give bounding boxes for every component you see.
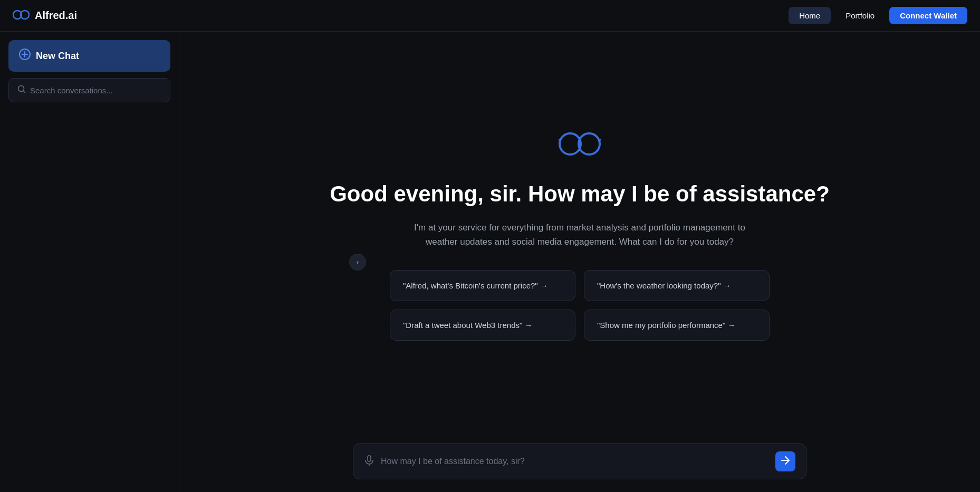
svg-line-9: [23, 91, 25, 93]
logo-text: Alfred.ai: [35, 9, 77, 22]
home-button[interactable]: Home: [789, 7, 831, 24]
new-chat-icon: [19, 49, 31, 63]
new-chat-button[interactable]: New Chat: [8, 40, 170, 72]
sidebar-collapse-button[interactable]: ‹: [349, 254, 366, 271]
suggestion-card[interactable]: "Alfred, what's Bitcoin's current price?…: [390, 270, 575, 301]
header: Alfred.ai Home Portfolio Connect Wallet: [0, 0, 980, 32]
collapse-icon: ‹: [357, 258, 359, 266]
send-button[interactable]: [775, 451, 795, 471]
content-wrapper: ‹ Good evening, sir. How may I be of ass…: [179, 32, 980, 492]
chat-area: Good evening, sir. How may I be of assis…: [179, 32, 980, 435]
search-container: [8, 78, 170, 102]
welcome-subtitle: I'm at your service for everything from …: [400, 220, 759, 249]
chat-input-area: [179, 435, 980, 492]
header-nav: Home Portfolio Connect Wallet: [789, 7, 967, 24]
main-layout: New Chat ‹: [0, 32, 980, 492]
chat-input[interactable]: [381, 457, 769, 466]
suggestion-card[interactable]: "How's the weather looking today?" →: [584, 270, 770, 301]
main-content: Good evening, sir. How may I be of assis…: [179, 32, 980, 492]
send-icon: [781, 456, 790, 468]
chat-input-container: [353, 443, 806, 479]
search-icon: [17, 85, 26, 95]
suggestion-grid: "Alfred, what's Bitcoin's current price?…: [390, 270, 770, 341]
welcome-icon: [559, 126, 601, 164]
suggestion-card[interactable]: "Draft a tweet about Web3 trends" →: [390, 310, 575, 341]
suggestion-card[interactable]: "Show me my portfolio performance" →: [584, 310, 770, 341]
sidebar: New Chat: [0, 32, 179, 492]
new-chat-label: New Chat: [36, 51, 79, 62]
svg-rect-15: [368, 456, 371, 461]
welcome-title: Good evening, sir. How may I be of assis…: [330, 181, 830, 207]
search-input[interactable]: [30, 86, 161, 95]
logo: Alfred.ai: [13, 8, 77, 23]
logo-icon: [13, 8, 30, 23]
connect-wallet-button[interactable]: Connect Wallet: [889, 7, 967, 24]
microphone-icon[interactable]: [364, 455, 374, 468]
portfolio-button[interactable]: Portfolio: [835, 7, 885, 24]
